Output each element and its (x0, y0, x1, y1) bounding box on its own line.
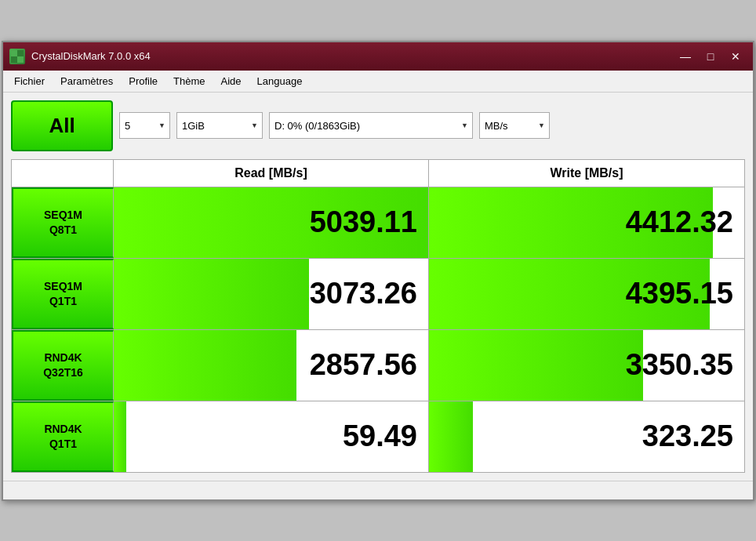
write-cell-rnd4k-q1t1: 323.25 (429, 401, 744, 472)
read-value-seq1m-q1t1: 3073.26 (310, 277, 417, 310)
minimize-button[interactable]: — (674, 49, 696, 64)
read-bar-seq1m-q1t1 (114, 259, 309, 329)
menu-fichier[interactable]: Fichier (6, 72, 53, 90)
size-select[interactable]: 1GiB (176, 112, 263, 139)
drive-select-wrapper: D: 0% (0/1863GiB) (269, 112, 473, 139)
table-row: SEQ1MQ1T1 3073.26 4395.15 (12, 259, 744, 330)
menu-bar: Fichier Paramètres Profile Thème Aide La… (3, 71, 753, 93)
svg-rect-1 (17, 50, 24, 56)
menu-language[interactable]: Language (249, 72, 311, 90)
row-label-rnd4k-q32t16: RND4KQ32T16 (12, 330, 114, 401)
menu-theme[interactable]: Thème (165, 72, 213, 90)
runs-select[interactable]: 5 (119, 112, 170, 139)
header-write: Write [MB/s] (429, 160, 744, 187)
main-content: All 5 1GiB D: 0% (0/1863GiB) MB/s (3, 93, 753, 481)
app-icon (9, 49, 25, 64)
read-cell-rnd4k-q1t1: 59.49 (114, 401, 429, 472)
title-bar-left: CrystalDiskMark 7.0.0 x64 (9, 49, 151, 64)
read-value-rnd4k-q1t1: 59.49 (343, 419, 417, 453)
write-value-rnd4k-q32t16: 3350.35 (626, 348, 733, 382)
header-read: Read [MB/s] (114, 160, 429, 187)
all-button[interactable]: All (11, 100, 113, 151)
app-window: CrystalDiskMark 7.0.0 x64 — □ ✕ Fichier … (2, 41, 754, 501)
header-empty (12, 160, 114, 187)
write-cell-seq1m-q1t1: 4395.15 (429, 259, 744, 329)
title-bar-buttons: — □ ✕ (674, 49, 747, 64)
close-button[interactable]: ✕ (725, 49, 747, 64)
unit-select-wrapper: MB/s (479, 112, 550, 139)
write-value-seq1m-q8t1: 4412.32 (626, 205, 733, 239)
menu-aide[interactable]: Aide (213, 72, 249, 90)
results-grid: Read [MB/s] Write [MB/s] SEQ1MQ8T1 5039.… (11, 159, 745, 473)
write-value-seq1m-q1t1: 4395.15 (626, 277, 733, 310)
read-value-rnd4k-q32t16: 2857.56 (310, 348, 417, 382)
svg-rect-2 (11, 56, 17, 63)
read-bar-rnd4k-q1t1 (114, 401, 126, 472)
read-cell-seq1m-q8t1: 5039.11 (114, 187, 429, 258)
row-label-seq1m-q1t1: SEQ1MQ1T1 (12, 259, 114, 329)
write-cell-seq1m-q8t1: 4412.32 (429, 187, 744, 258)
table-row: RND4KQ1T1 59.49 323.25 (12, 401, 744, 472)
read-value-seq1m-q8t1: 5039.11 (310, 205, 417, 239)
row-label-rnd4k-q1t1: RND4KQ1T1 (12, 401, 114, 472)
read-bar-rnd4k-q32t16 (114, 330, 296, 401)
maximize-button[interactable]: □ (700, 49, 721, 64)
grid-header-row: Read [MB/s] Write [MB/s] (12, 160, 744, 187)
title-bar: CrystalDiskMark 7.0.0 x64 — □ ✕ (3, 42, 753, 71)
write-value-rnd4k-q1t1: 323.25 (642, 419, 733, 453)
menu-profile[interactable]: Profile (121, 72, 165, 90)
read-cell-rnd4k-q32t16: 2857.56 (114, 330, 429, 401)
menu-parametres[interactable]: Paramètres (53, 72, 121, 90)
write-bar-rnd4k-q32t16 (429, 330, 643, 401)
svg-rect-3 (17, 56, 24, 63)
write-cell-rnd4k-q32t16: 3350.35 (429, 330, 744, 401)
unit-select[interactable]: MB/s (479, 112, 550, 139)
table-row: SEQ1MQ8T1 5039.11 4412.32 (12, 187, 744, 259)
controls-row: All 5 1GiB D: 0% (0/1863GiB) MB/s (11, 100, 745, 151)
runs-select-wrapper: 5 (119, 112, 170, 139)
window-title: CrystalDiskMark 7.0.0 x64 (31, 50, 151, 62)
row-label-seq1m-q8t1: SEQ1MQ8T1 (12, 187, 114, 258)
write-bar-rnd4k-q1t1 (429, 401, 473, 472)
svg-rect-0 (11, 50, 17, 56)
read-cell-seq1m-q1t1: 3073.26 (114, 259, 429, 329)
status-bar (3, 481, 753, 499)
table-row: RND4KQ32T16 2857.56 3350.35 (12, 330, 744, 401)
size-select-wrapper: 1GiB (176, 112, 263, 139)
drive-select[interactable]: D: 0% (0/1863GiB) (269, 112, 473, 139)
